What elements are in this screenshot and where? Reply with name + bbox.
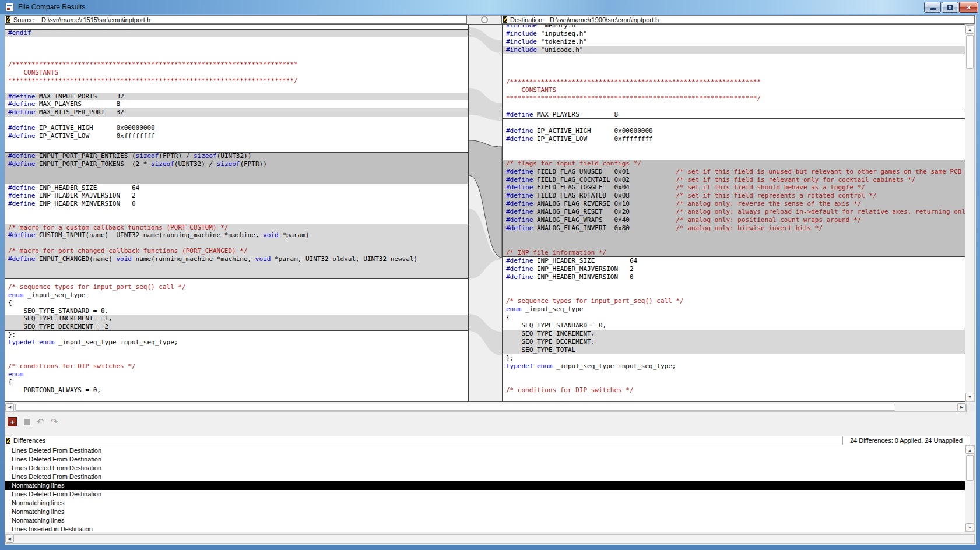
diff-list-item[interactable]: Lines Deleted From Destination bbox=[5, 455, 965, 464]
code-line[interactable]: PORTCOND_ALWAYS = 0, bbox=[5, 386, 468, 394]
diff-list-item[interactable]: Lines Deleted From Destination bbox=[5, 473, 965, 481]
code-line[interactable]: #define MAX_INPUT_PORTS 32 bbox=[5, 93, 468, 101]
code-line[interactable]: }; bbox=[503, 354, 965, 362]
diff-list-item[interactable]: Nonmatching lines bbox=[5, 516, 965, 525]
code-line[interactable]: /***************************************… bbox=[503, 78, 965, 86]
code-line[interactable] bbox=[503, 371, 965, 379]
code-line[interactable]: #define INPUT_CHANGED(name) void name(ru… bbox=[5, 255, 468, 263]
diff-list-item[interactable]: Lines Deleted From Destination bbox=[5, 490, 965, 499]
code-line[interactable]: SEQ_TYPE_TOTAL bbox=[503, 346, 965, 354]
code-line[interactable] bbox=[5, 45, 468, 53]
code-line[interactable]: #include "inputseq.h" bbox=[503, 30, 965, 38]
code-line[interactable] bbox=[503, 62, 965, 70]
code-line[interactable]: enum _input_seq_type bbox=[5, 291, 468, 299]
code-line[interactable]: { bbox=[5, 299, 468, 307]
code-line[interactable]: #define INP_HEADER_SIZE 64 bbox=[503, 257, 965, 265]
code-line[interactable] bbox=[503, 241, 965, 249]
code-line[interactable]: /* conditions for DIP switches */ bbox=[5, 362, 468, 371]
code-line[interactable] bbox=[503, 151, 965, 160]
code-line[interactable] bbox=[503, 54, 965, 62]
diff-list-item[interactable]: Nonmatching lines bbox=[5, 499, 965, 507]
code-line[interactable] bbox=[5, 84, 468, 93]
code-line[interactable]: /* macro for a custom callback functions… bbox=[5, 224, 468, 232]
code-line[interactable]: #define IP_ACTIVE_LOW 0xffffffff bbox=[5, 132, 468, 140]
code-line[interactable]: #define ANALOG_FLAG_INVERT 0x80 /* analo… bbox=[503, 224, 965, 232]
destination-code-pane[interactable]: #include "memory.h"#include "inputseq.h"… bbox=[502, 24, 965, 402]
code-line[interactable]: #define INPUT_PORT_PAIR_TOKENS (2 * size… bbox=[5, 160, 468, 168]
stop-button[interactable] bbox=[22, 417, 31, 426]
scroll-up-icon[interactable]: ▲ bbox=[965, 446, 974, 454]
code-line[interactable]: #define CUSTOM_INPUT(name) UINT32 name(r… bbox=[5, 231, 468, 239]
code-line[interactable]: /* flags for input_field_configs */ bbox=[503, 160, 965, 168]
code-line[interactable]: #define INP_HEADER_MAJVERSION 2 bbox=[5, 192, 468, 200]
differences-list[interactable]: Lines Deleted From DestinationLines Dele… bbox=[5, 445, 965, 532]
diff-list-item[interactable]: Lines Deleted From Destination bbox=[5, 446, 965, 455]
code-line[interactable] bbox=[503, 289, 965, 297]
code-line[interactable]: #define FIELD_FLAG_UNUSED 0x01 /* set if… bbox=[503, 168, 965, 176]
scroll-up-icon[interactable]: ▲ bbox=[965, 25, 974, 34]
undo-button[interactable]: ↶ bbox=[36, 417, 45, 426]
code-line[interactable]: #include "tokenize.h" bbox=[503, 38, 965, 46]
code-line[interactable]: enum bbox=[5, 371, 468, 379]
code-line[interactable]: { bbox=[503, 313, 965, 322]
maximize-button[interactable] bbox=[942, 2, 958, 13]
code-line[interactable] bbox=[5, 239, 468, 248]
diff-list-item[interactable]: Nonmatching lines bbox=[5, 481, 965, 490]
code-line[interactable]: #define INPUT_PORT_PAIR_ENTRIES (sizeof(… bbox=[5, 152, 468, 160]
code-line[interactable]: #define IP_ACTIVE_HIGH 0x00000000 bbox=[5, 124, 468, 132]
code-line[interactable]: #endif bbox=[5, 29, 468, 37]
code-vertical-scrollbar[interactable]: ▲ ▼ bbox=[965, 24, 975, 402]
code-line[interactable]: ****************************************… bbox=[503, 94, 965, 103]
code-line[interactable]: SEQ_TYPE_DECREMENT = 2 bbox=[5, 323, 468, 331]
code-line[interactable]: SEQ_TYPE_STANDARD = 0, bbox=[503, 322, 965, 330]
code-horizontal-scrollbar[interactable]: ◀ ▶ bbox=[5, 403, 967, 412]
title-bar[interactable]: File Compare Results × bbox=[0, 0, 980, 14]
code-line[interactable]: #define INP_HEADER_MINVERSION 0 bbox=[503, 273, 965, 281]
code-line[interactable] bbox=[5, 354, 468, 362]
code-line[interactable]: SEQ_TYPE_INCREMENT, bbox=[503, 330, 965, 338]
code-line[interactable]: /***************************************… bbox=[5, 61, 468, 69]
code-line[interactable] bbox=[5, 176, 468, 184]
scroll-left-icon[interactable]: ◀ bbox=[5, 535, 14, 543]
code-line[interactable]: #include "memory.h" bbox=[503, 24, 965, 30]
code-line[interactable]: /* sequence types for input_port_seq() c… bbox=[503, 297, 965, 305]
code-line[interactable]: ****************************************… bbox=[5, 77, 468, 85]
code-line[interactable] bbox=[5, 216, 468, 224]
code-line[interactable] bbox=[503, 143, 965, 151]
diff-list-item[interactable]: Nonmatching lines bbox=[5, 507, 965, 516]
code-line[interactable]: #define ANALOG_FLAG_REVERSE 0x10 /* anal… bbox=[503, 200, 965, 208]
code-line[interactable] bbox=[503, 232, 965, 241]
code-line[interactable]: SEQ_TYPE_STANDARD = 0, bbox=[5, 307, 468, 315]
scroll-right-icon[interactable]: ▶ bbox=[957, 403, 966, 411]
code-line[interactable] bbox=[5, 37, 468, 45]
scroll-thumb[interactable] bbox=[15, 404, 895, 411]
code-line[interactable]: SEQ_TYPE_DECREMENT, bbox=[503, 338, 965, 346]
code-line[interactable] bbox=[503, 103, 965, 111]
code-line[interactable] bbox=[503, 379, 965, 387]
code-line[interactable]: #define MAX_PLAYERS 8 bbox=[503, 111, 965, 119]
list-horizontal-scrollbar[interactable]: ◀ bbox=[5, 534, 975, 544]
code-line[interactable]: #define IP_ACTIVE_HIGH 0x00000000 bbox=[503, 127, 965, 135]
source-code-pane[interactable]: #endif/*********************************… bbox=[5, 24, 469, 402]
code-line[interactable]: CONSTANTS bbox=[5, 69, 468, 77]
code-line[interactable]: #define INP_HEADER_SIZE 64 bbox=[5, 184, 468, 192]
list-vertical-scrollbar[interactable]: ▲ ▼ bbox=[965, 445, 975, 532]
code-line[interactable] bbox=[5, 271, 468, 279]
scroll-thumb[interactable] bbox=[966, 35, 974, 69]
code-line[interactable]: /* macro for port changed callback funct… bbox=[5, 247, 468, 255]
code-line[interactable]: #define MAX_PLAYERS 8 bbox=[5, 100, 468, 108]
code-line[interactable]: CONSTANTS bbox=[503, 86, 965, 94]
code-line[interactable]: /* sequence types for input_port_seq() c… bbox=[5, 283, 468, 291]
code-line[interactable]: { bbox=[5, 378, 468, 386]
diff-list-item[interactable]: Lines Deleted From Destination bbox=[5, 464, 965, 473]
code-line[interactable] bbox=[503, 70, 965, 79]
code-line[interactable] bbox=[5, 263, 468, 272]
code-line[interactable]: #include "unicode.h" bbox=[503, 46, 965, 54]
code-line[interactable]: #define ANALOG_FLAG_RESET 0x20 /* analog… bbox=[503, 208, 965, 216]
code-line[interactable]: #define INP_HEADER_MAJVERSION 2 bbox=[503, 265, 965, 273]
code-line[interactable]: #define IP_ACTIVE_LOW 0xffffffff bbox=[503, 135, 965, 143]
code-line[interactable] bbox=[503, 281, 965, 290]
close-button[interactable]: × bbox=[959, 2, 978, 13]
sync-circle-icon[interactable] bbox=[481, 16, 488, 23]
code-line[interactable] bbox=[5, 168, 468, 176]
